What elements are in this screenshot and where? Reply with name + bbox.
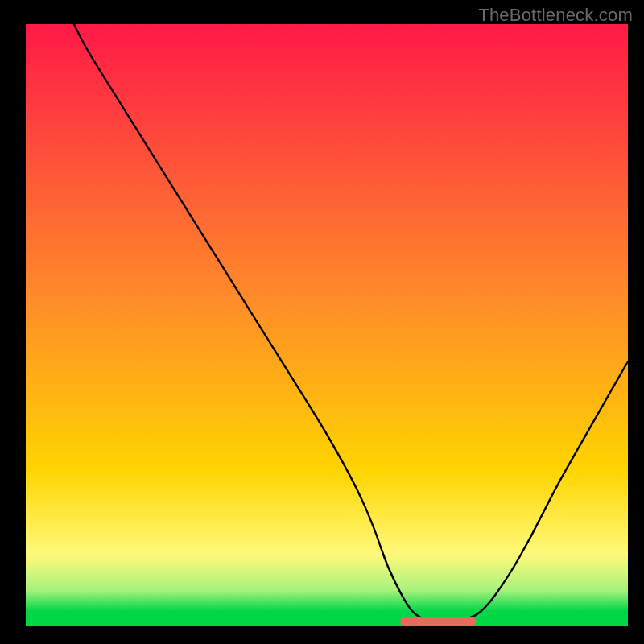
gradient-background [26, 24, 628, 626]
baseline-strip [26, 620, 628, 626]
watermark-text: TheBottleneck.com [478, 5, 633, 26]
chart-stage: TheBottleneck.com [0, 0, 644, 644]
chart-svg [0, 0, 644, 644]
